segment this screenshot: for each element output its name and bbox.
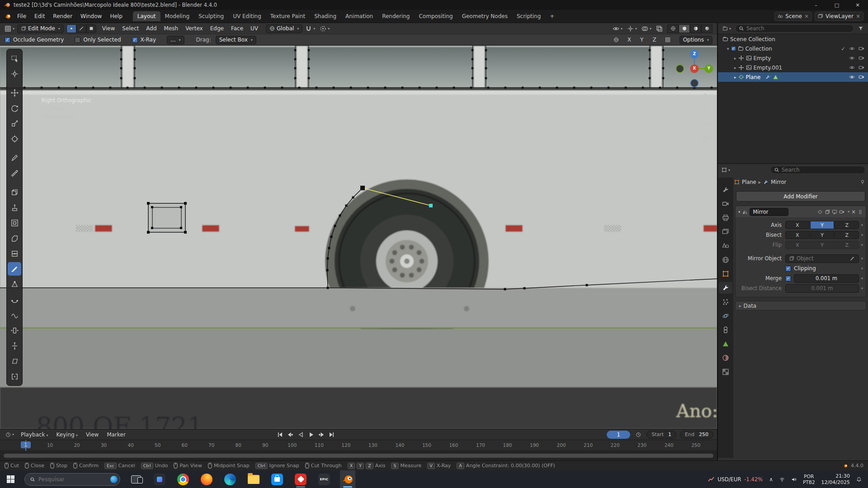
outliner-row-empty-001[interactable]: ▸ Empty.001 bbox=[718, 63, 868, 72]
ruler-frame-label[interactable]: 100 bbox=[286, 442, 298, 448]
tab-view-layer[interactable] bbox=[719, 226, 732, 238]
render-camera-icon[interactable] bbox=[859, 65, 864, 70]
workspace-tab-compositing[interactable]: Compositing bbox=[414, 11, 457, 21]
disclosure-icon[interactable]: ▸ bbox=[734, 75, 736, 80]
eye-icon[interactable] bbox=[849, 55, 855, 61]
scene-unlink-icon[interactable]: × bbox=[804, 13, 809, 19]
menu-view[interactable]: View bbox=[99, 25, 118, 32]
app-epic-games[interactable]: EPIC bbox=[316, 470, 332, 488]
exclude-check-icon[interactable]: ✓ bbox=[841, 46, 845, 52]
app-firefox[interactable] bbox=[199, 470, 214, 488]
outliner-search-input[interactable] bbox=[746, 25, 850, 32]
add-modifier-button[interactable]: Add Modifier bbox=[736, 191, 865, 202]
show-in-edit-mode-icon[interactable] bbox=[825, 209, 830, 215]
app-file-explorer[interactable] bbox=[246, 470, 261, 488]
modifier-header[interactable]: ▾ Mirror ▾ × bbox=[736, 206, 866, 217]
tool-knife-button[interactable] bbox=[8, 262, 21, 276]
previous-keyframe-button[interactable] bbox=[286, 431, 295, 439]
modifier-name-field[interactable]: Mirror bbox=[750, 208, 788, 216]
solid-shading-button[interactable] bbox=[679, 24, 690, 33]
tool-scale-button[interactable] bbox=[8, 117, 21, 130]
outliner-filter-button[interactable] bbox=[856, 26, 865, 31]
editor-type-button[interactable]: ▾ bbox=[3, 25, 16, 32]
remove-modifier-icon[interactable]: × bbox=[851, 209, 856, 215]
render-camera-icon[interactable] bbox=[859, 74, 864, 80]
ruler-frame-label[interactable]: 220 bbox=[609, 442, 622, 448]
tab-particles[interactable] bbox=[719, 296, 732, 308]
taskbar-search[interactable] bbox=[24, 473, 120, 486]
menu-uv[interactable]: UV bbox=[247, 25, 261, 32]
notifications-icon[interactable] bbox=[856, 477, 862, 482]
jump-to-end-button[interactable] bbox=[327, 431, 336, 439]
animate-dot-icon[interactable] bbox=[861, 287, 863, 289]
menu-render[interactable]: Render bbox=[49, 13, 76, 19]
panel-expand-icon[interactable]: ▾ bbox=[738, 210, 741, 214]
menu-mesh[interactable]: Mesh bbox=[161, 25, 182, 32]
outliner-search[interactable] bbox=[735, 24, 854, 33]
ruler-frame-label[interactable]: 240 bbox=[663, 442, 675, 448]
properties-search-input[interactable] bbox=[782, 167, 862, 173]
ruler-frame-label[interactable]: 20 bbox=[71, 442, 83, 448]
snap-angle-icon[interactable] bbox=[663, 37, 672, 42]
proportional-editing-toggle[interactable]: ▾ bbox=[318, 25, 331, 32]
modifier-wrench-icon[interactable] bbox=[765, 74, 771, 80]
tool-rip-region-button[interactable] bbox=[8, 370, 21, 383]
app-media-red[interactable] bbox=[293, 470, 308, 488]
animate-dot-icon[interactable] bbox=[861, 267, 863, 269]
show-render-icon[interactable] bbox=[839, 209, 844, 215]
gizmos-dropdown[interactable]: ▾ bbox=[625, 25, 639, 32]
flip-x-toggle[interactable]: X bbox=[785, 241, 810, 249]
task-view-button[interactable] bbox=[128, 470, 144, 488]
tool-measure-button[interactable] bbox=[8, 166, 21, 180]
tool-cursor-button[interactable] bbox=[8, 67, 21, 80]
next-keyframe-button[interactable] bbox=[317, 431, 326, 439]
ruler-frame-label[interactable]: 120 bbox=[340, 442, 352, 448]
auto-keying-button[interactable] bbox=[634, 432, 643, 437]
app-chrome[interactable] bbox=[175, 470, 191, 488]
bisect-z-toggle[interactable]: Z bbox=[835, 231, 859, 239]
current-frame-field[interactable]: 1 bbox=[607, 431, 630, 439]
close-button[interactable]: ✕ bbox=[847, 0, 868, 10]
overlays-dropdown[interactable]: ▾ bbox=[640, 25, 653, 32]
workspace-tab-shading[interactable]: Shading bbox=[310, 11, 341, 21]
tab-tool[interactable] bbox=[719, 184, 732, 196]
workspace-tab-animation[interactable]: Animation bbox=[341, 11, 377, 21]
outliner-row-plane[interactable]: ▸ Plane bbox=[718, 72, 868, 82]
disclosure-open-icon[interactable]: ▾ bbox=[727, 47, 729, 51]
show-realtime-icon[interactable] bbox=[832, 209, 837, 215]
app-edge[interactable] bbox=[222, 470, 238, 488]
workspace-tab-uv-editing[interactable]: UV Editing bbox=[228, 11, 266, 21]
snap-toggle[interactable]: ▾ bbox=[303, 25, 317, 32]
viewport-3d[interactable]: Ano: 800 OF 1721 bbox=[0, 46, 717, 429]
network-icon[interactable] bbox=[779, 477, 785, 482]
clock[interactable]: 21:30 12/04/2025 bbox=[821, 473, 850, 486]
ruler-frame-label[interactable]: 90 bbox=[259, 442, 272, 448]
properties-editor-type-button[interactable]: ▾ bbox=[720, 167, 732, 173]
camera-view-button[interactable] bbox=[700, 118, 711, 129]
tab-texture[interactable] bbox=[719, 366, 732, 378]
tool-poly-build-button[interactable] bbox=[8, 277, 21, 291]
view-layer-selector[interactable]: ViewLayer × bbox=[815, 12, 863, 21]
tab-world[interactable] bbox=[719, 254, 732, 266]
workspace-add-button[interactable]: + bbox=[545, 11, 559, 21]
app-blender[interactable] bbox=[340, 470, 355, 488]
menu-edit[interactable]: Edit bbox=[30, 13, 49, 19]
disclosure-icon[interactable]: ▸ bbox=[734, 66, 736, 70]
menu-timeline-view[interactable]: View bbox=[83, 432, 102, 438]
app-photos[interactable] bbox=[152, 470, 167, 488]
ortho-grid-button[interactable] bbox=[700, 132, 711, 143]
menu-vertex[interactable]: Vertex bbox=[182, 25, 206, 32]
bisect-distance-field[interactable]: 0.001 m bbox=[785, 284, 859, 293]
tab-material[interactable] bbox=[719, 352, 732, 364]
timeline-scrollbar[interactable] bbox=[4, 454, 713, 458]
animate-dot-icon[interactable] bbox=[861, 234, 863, 236]
eye-icon[interactable] bbox=[849, 65, 855, 70]
timeline-ruler[interactable]: 1 11020304050607080901001101201301401501… bbox=[0, 440, 717, 451]
minimize-button[interactable]: – bbox=[806, 0, 826, 10]
axis-z-button[interactable]: Z bbox=[650, 37, 658, 43]
only-selected-toggle[interactable]: Only Selected bbox=[75, 37, 121, 43]
ruler-frame-label[interactable]: 190 bbox=[528, 442, 541, 448]
axis-y-button[interactable]: Y bbox=[638, 37, 646, 43]
volume-icon[interactable] bbox=[791, 477, 797, 482]
tool-edge-slide-button[interactable] bbox=[8, 324, 21, 337]
